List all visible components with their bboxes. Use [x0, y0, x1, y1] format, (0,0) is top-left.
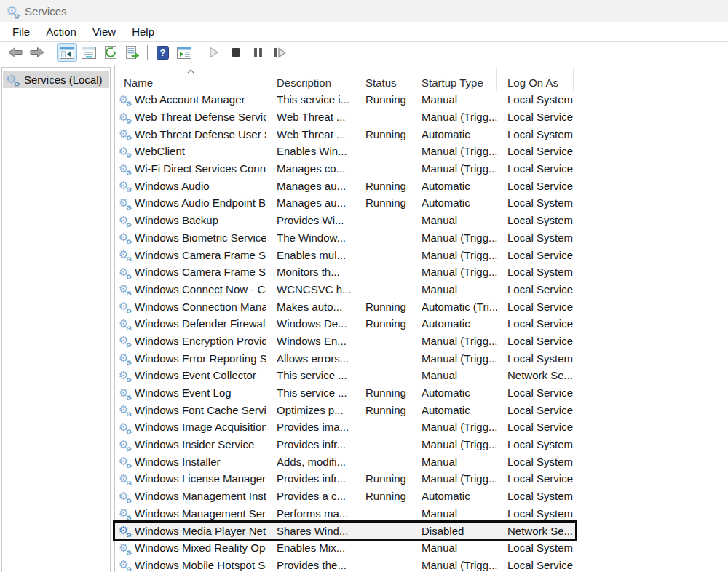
service-row[interactable]: ⚙⚙ Windows Management Instr... Provides …: [115, 488, 575, 505]
back-button[interactable]: [5, 43, 25, 62]
service-startup-type-cell: Manual (Trigg...: [411, 438, 497, 450]
service-row[interactable]: ⚙⚙ Windows Camera Frame Ser... Enables m…: [115, 246, 575, 263]
service-row[interactable]: ⚙⚙ Windows Management Serv... Performs m…: [115, 505, 575, 523]
service-name: Wi-Fi Direct Services Connec...: [135, 162, 266, 175]
service-startup-type-cell: Manual (Trigg...: [411, 111, 497, 123]
service-name-cell: ⚙⚙ Windows Management Serv...: [115, 507, 266, 520]
export-list-button[interactable]: [122, 43, 143, 62]
service-name: Windows Defender Firewall: [135, 317, 266, 330]
show-console-tree-button[interactable]: [57, 43, 77, 62]
service-gear-icon: ⚙⚙: [118, 404, 130, 416]
service-row[interactable]: ⚙⚙ Windows Event Log This service ... Ru…: [115, 384, 575, 402]
service-row[interactable]: ⚙⚙ Wi-Fi Direct Services Connec... Manag…: [115, 160, 575, 178]
show-action-pane-button[interactable]: [174, 43, 194, 62]
service-logon-cell: Local Service: [497, 559, 574, 571]
service-gear-icon: ⚙⚙: [118, 490, 130, 502]
service-row[interactable]: ⚙⚙ Web Account Manager This service i...…: [115, 91, 575, 108]
service-logon-cell: Network Se...: [497, 525, 574, 537]
service-name-cell: ⚙⚙ Windows Management Instr...: [115, 490, 266, 503]
help-button[interactable]: ?: [152, 43, 173, 62]
service-row[interactable]: ⚙⚙ WebClient Enables Win... Manual (Trig…: [115, 143, 575, 160]
service-startup-type-cell: Manual: [411, 369, 497, 381]
column-header-status[interactable]: Status: [355, 68, 411, 91]
service-name: Web Threat Defense User Se...: [135, 128, 266, 140]
service-name-cell: ⚙⚙ Windows Camera Frame Ser...: [115, 266, 266, 279]
column-header-log-on-as[interactable]: Log On As: [497, 68, 574, 91]
service-row[interactable]: ⚙⚙ Windows Event Collector This service …: [115, 367, 575, 384]
menu-item-view[interactable]: View: [84, 23, 124, 40]
properties-button[interactable]: [79, 43, 99, 62]
column-header-name[interactable]: Name: [115, 68, 266, 91]
menu-bar: FileActionViewHelp: [0, 22, 728, 42]
service-name-cell: ⚙⚙ Wi-Fi Direct Services Connec...: [115, 162, 266, 175]
menu-item-file[interactable]: File: [4, 23, 38, 40]
service-row[interactable]: ⚙⚙ Windows Connect Now - Co... WCNCSVC h…: [115, 281, 575, 298]
service-name: Windows License Manager S...: [135, 472, 266, 485]
service-row[interactable]: ⚙⚙ Windows Font Cache Service Optimizes …: [115, 401, 575, 418]
service-gear-icon: ⚙⚙: [118, 180, 130, 192]
service-startup-type-cell: Automatic: [411, 196, 497, 209]
service-row[interactable]: ⚙⚙ Windows Image Acquisition ... Provide…: [115, 418, 575, 436]
service-name-cell: ⚙⚙ Windows Backup: [115, 214, 266, 227]
refresh-icon: [104, 46, 117, 59]
service-startup-type-cell: Manual (Trigg...: [411, 352, 497, 365]
service-name-cell: ⚙⚙ Windows Insider Service: [115, 438, 266, 451]
service-row[interactable]: ⚙⚙ Windows Insider Service Provides infr…: [115, 436, 575, 453]
service-row[interactable]: ⚙⚙ Windows Biometric Service The Window.…: [115, 229, 575, 247]
service-row[interactable]: ⚙⚙ Windows Mobile Hotspot Se... Provides…: [115, 557, 575, 572]
service-row[interactable]: ⚙⚙ Windows Error Reporting Se... Allows …: [115, 349, 575, 367]
service-description-cell: Windows En...: [266, 335, 355, 347]
service-gear-icon: ⚙⚙: [118, 266, 130, 278]
service-row[interactable]: ⚙⚙ Windows Media Player Netw... Shares W…: [113, 520, 577, 541]
pause-service-button[interactable]: [248, 43, 268, 62]
service-name-cell: ⚙⚙ Windows Event Log: [115, 386, 266, 400]
service-row[interactable]: ⚙⚙ Windows Defender Firewall Windows De.…: [115, 315, 575, 333]
service-row[interactable]: ⚙⚙ Windows Backup Provides Wi... Manual …: [115, 212, 575, 229]
service-description-cell: Web Threat ...: [266, 128, 355, 140]
service-name: Windows Management Instr...: [135, 490, 266, 502]
service-row[interactable]: ⚙⚙ Windows Camera Frame Ser... Monitors …: [115, 263, 575, 281]
service-row[interactable]: ⚙⚙ Windows Audio Endpoint B... Manages a…: [115, 194, 575, 212]
service-description-cell: Enables Win...: [266, 145, 355, 157]
service-row[interactable]: ⚙⚙ Web Threat Defense User Se... Web Thr…: [115, 125, 575, 143]
column-header-description[interactable]: Description: [266, 68, 355, 91]
menu-item-action[interactable]: Action: [38, 23, 84, 40]
service-row[interactable]: ⚙⚙ Windows Connection Mana... Makes auto…: [115, 298, 575, 315]
service-row[interactable]: ⚙⚙ Windows Audio Manages au... Running A…: [115, 177, 575, 194]
service-name: Web Account Manager: [135, 93, 245, 106]
service-row[interactable]: ⚙⚙ Windows Installer Adds, modifi... Man…: [115, 453, 575, 470]
service-row[interactable]: ⚙⚙ Windows Encryption Provid... Windows …: [115, 333, 575, 350]
service-name-cell: ⚙⚙ Windows Audio Endpoint B...: [115, 196, 266, 210]
service-startup-type-cell: Automatic: [411, 386, 497, 399]
service-description-cell: Provides Wi...: [266, 214, 355, 226]
service-startup-type-cell: Automatic: [411, 317, 497, 330]
service-startup-type-cell: Manual (Trigg...: [411, 472, 497, 485]
menu-item-help[interactable]: Help: [124, 23, 162, 40]
start-service-button[interactable]: [204, 43, 224, 62]
service-gear-icon: ⚙⚙: [118, 248, 130, 261]
window-title: Services: [25, 5, 67, 17]
service-description-cell: Provides ima...: [266, 421, 355, 433]
service-description-cell: The Window...: [266, 231, 355, 244]
service-row[interactable]: ⚙⚙ Web Threat Defense Service Web Threat…: [115, 108, 575, 126]
show-action-pane-icon: [177, 47, 191, 59]
service-row[interactable]: ⚙⚙ Windows Mixed Reality Ope... Enables …: [115, 539, 575, 557]
service-logon-cell: Local System: [497, 93, 574, 106]
service-logon-cell: Local Service: [497, 421, 574, 433]
stop-service-button[interactable]: [226, 43, 246, 62]
service-logon-cell: Local System: [497, 128, 574, 140]
service-gear-icon: ⚙⚙: [118, 559, 130, 571]
refresh-button[interactable]: [100, 43, 121, 62]
sidebar-item-services-local[interactable]: ⚙⚙ Services (Local): [3, 71, 109, 88]
toolbar-separator: [52, 45, 52, 60]
service-logon-cell: Local Service: [497, 162, 574, 175]
forward-button[interactable]: [27, 43, 47, 62]
service-description-cell: Adds, modifi...: [266, 456, 355, 468]
list-header: NameDescriptionStatusStartup TypeLog On …: [115, 68, 575, 91]
column-header-startup-type[interactable]: Startup Type: [411, 68, 497, 91]
service-name: Windows Insider Service: [135, 438, 254, 450]
service-row[interactable]: ⚙⚙ Windows License Manager S... Provides…: [115, 470, 575, 488]
restart-service-button[interactable]: [269, 43, 290, 62]
service-gear-icon: ⚙⚙: [118, 93, 130, 106]
toolbar-separator: [147, 45, 148, 60]
